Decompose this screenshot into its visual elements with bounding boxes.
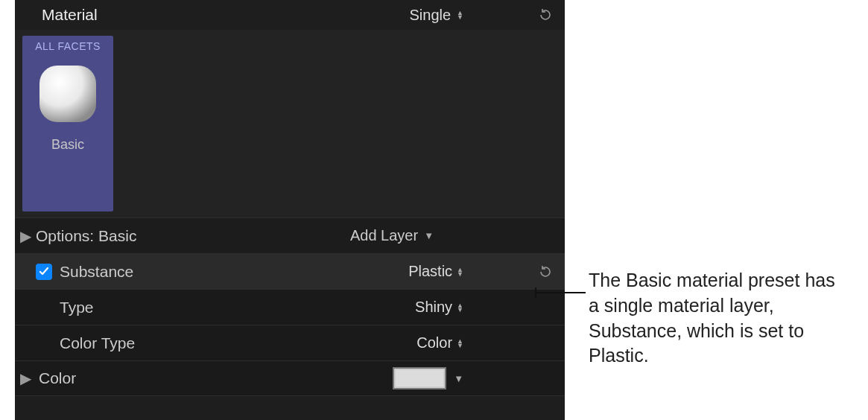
options-label: Options: Basic xyxy=(36,227,136,245)
color-well-group: ▼ xyxy=(393,367,463,389)
updown-icon: ▲▼ xyxy=(457,267,463,276)
section-title: Material xyxy=(42,6,409,24)
facet-mode-value: Single xyxy=(409,7,451,24)
updown-icon: ▲▼ xyxy=(457,339,463,348)
chevron-down-icon: ▼ xyxy=(424,230,434,241)
color-label: Color xyxy=(39,369,76,387)
facet-mode-popup[interactable]: Single ▲▼ xyxy=(409,7,463,24)
type-label: Type xyxy=(60,299,94,316)
svg-rect-0 xyxy=(39,66,96,122)
add-layer-label: Add Layer xyxy=(350,227,418,244)
color-popup-chevron-icon[interactable]: ▼ xyxy=(454,373,463,384)
material-header: Material Single ▲▼ xyxy=(15,0,565,30)
reset-icon[interactable] xyxy=(538,264,553,279)
color-type-row: ▶ Color Type Color ▲▼ xyxy=(15,325,565,360)
substance-row: ▶ Substance Plastic ▲▼ xyxy=(15,253,565,289)
disclosure-triangle-icon[interactable]: ▶ xyxy=(15,227,36,245)
material-preset-name: Basic xyxy=(51,137,84,153)
material-preview-icon xyxy=(31,57,105,131)
facet-thumbnail-all[interactable]: ALL FACETS Basic xyxy=(22,36,113,211)
color-swatch-icon xyxy=(396,370,443,386)
type-value: Shiny xyxy=(415,299,452,316)
updown-icon: ▲▼ xyxy=(457,303,463,312)
add-layer-menu[interactable]: Add Layer ▼ xyxy=(350,227,434,244)
type-row: ▶ Type Shiny ▲▼ xyxy=(15,289,565,325)
substance-value-popup[interactable]: Plastic ▲▼ xyxy=(408,263,463,280)
substance-label: Substance xyxy=(60,263,133,281)
annotation-text: The Basic material preset has a single m… xyxy=(589,268,849,369)
color-type-value: Color xyxy=(416,334,452,351)
substance-enable-checkbox[interactable] xyxy=(36,264,52,280)
material-inspector-panel: Material Single ▲▼ ALL FACETS xyxy=(15,0,565,420)
color-type-value-popup[interactable]: Color ▲▼ xyxy=(416,334,463,351)
disclosure-triangle-icon[interactable]: ▶ xyxy=(15,369,36,387)
options-row: ▶ Options: Basic Add Layer ▼ xyxy=(15,217,565,253)
color-row: ▶ Color ▼ xyxy=(15,360,565,396)
material-thumbnail-area: ALL FACETS Basic xyxy=(15,30,565,217)
callout-line xyxy=(536,292,586,293)
facet-label: ALL FACETS xyxy=(35,40,101,52)
color-type-label: Color Type xyxy=(60,334,135,352)
substance-value: Plastic xyxy=(408,263,452,280)
type-value-popup[interactable]: Shiny ▲▼ xyxy=(415,299,463,316)
color-well[interactable] xyxy=(393,367,446,389)
updown-icon: ▲▼ xyxy=(457,10,463,19)
reset-icon[interactable] xyxy=(538,7,553,22)
